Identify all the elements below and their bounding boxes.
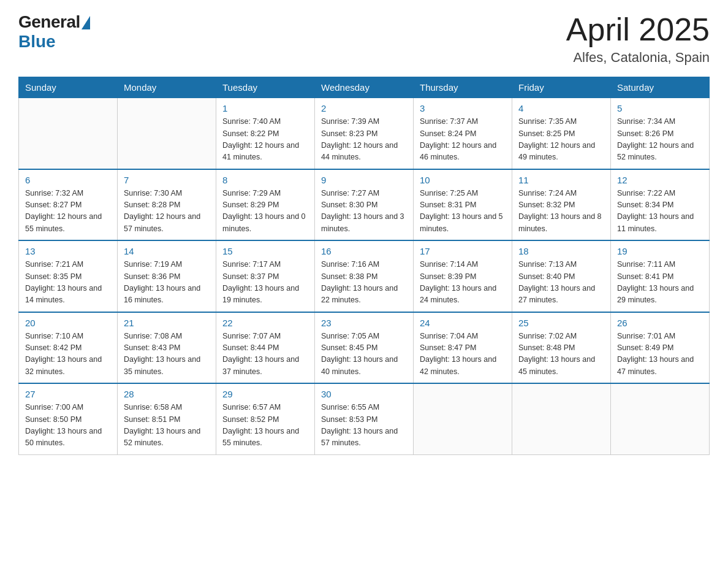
calendar-cell: 14Sunrise: 7:19 AMSunset: 8:36 PMDayligh…	[118, 240, 216, 312]
day-number: 2	[321, 103, 407, 113]
calendar-cell: 23Sunrise: 7:05 AMSunset: 8:45 PMDayligh…	[315, 312, 414, 384]
calendar-cell: 20Sunrise: 7:10 AMSunset: 8:42 PMDayligh…	[19, 312, 118, 384]
logo-general-text: General	[18, 12, 80, 32]
calendar-cell: 25Sunrise: 7:02 AMSunset: 8:48 PMDayligh…	[512, 312, 611, 384]
calendar-week-row: 27Sunrise: 7:00 AMSunset: 8:50 PMDayligh…	[19, 383, 710, 454]
weekday-header-tuesday: Tuesday	[216, 77, 315, 98]
weekday-header-monday: Monday	[118, 77, 216, 98]
calendar-table: SundayMondayTuesdayWednesdayThursdayFrid…	[18, 77, 710, 455]
day-number: 28	[124, 389, 210, 399]
day-info: Sunrise: 7:01 AMSunset: 8:49 PMDaylight:…	[617, 331, 703, 378]
day-number: 27	[25, 389, 111, 399]
day-info: Sunrise: 7:27 AMSunset: 8:30 PMDaylight:…	[321, 188, 407, 236]
calendar-cell: 13Sunrise: 7:21 AMSunset: 8:35 PMDayligh…	[19, 240, 118, 312]
calendar-cell	[118, 98, 216, 169]
day-info: Sunrise: 7:07 AMSunset: 8:44 PMDaylight:…	[222, 331, 308, 378]
logo: General Blue	[18, 12, 90, 52]
day-info: Sunrise: 7:39 AMSunset: 8:23 PMDaylight:…	[321, 116, 407, 164]
calendar-cell	[611, 383, 710, 454]
page-header: General Blue April 2025 Alfes, Catalonia…	[18, 12, 710, 66]
logo-blue-text: Blue	[18, 32, 56, 52]
calendar-cell: 24Sunrise: 7:04 AMSunset: 8:47 PMDayligh…	[414, 312, 512, 384]
calendar-cell: 29Sunrise: 6:57 AMSunset: 8:52 PMDayligh…	[216, 383, 315, 454]
day-number: 11	[518, 175, 604, 185]
weekday-header-row: SundayMondayTuesdayWednesdayThursdayFrid…	[19, 77, 710, 98]
weekday-header-thursday: Thursday	[414, 77, 512, 98]
calendar-location: Alfes, Catalonia, Spain	[566, 50, 710, 66]
day-info: Sunrise: 7:40 AMSunset: 8:22 PMDaylight:…	[222, 116, 308, 164]
day-info: Sunrise: 7:05 AMSunset: 8:45 PMDaylight:…	[321, 331, 407, 378]
weekday-header-friday: Friday	[512, 77, 611, 98]
day-info: Sunrise: 7:11 AMSunset: 8:41 PMDaylight:…	[617, 259, 703, 307]
calendar-cell	[512, 383, 611, 454]
day-number: 13	[25, 246, 111, 256]
day-info: Sunrise: 7:13 AMSunset: 8:40 PMDaylight:…	[518, 259, 604, 307]
day-info: Sunrise: 6:55 AMSunset: 8:53 PMDaylight:…	[321, 402, 407, 450]
day-number: 23	[321, 318, 407, 328]
day-info: Sunrise: 7:34 AMSunset: 8:26 PMDaylight:…	[617, 116, 703, 164]
day-number: 14	[124, 246, 210, 256]
day-info: Sunrise: 7:10 AMSunset: 8:42 PMDaylight:…	[25, 331, 111, 378]
calendar-cell: 16Sunrise: 7:16 AMSunset: 8:38 PMDayligh…	[315, 240, 414, 312]
calendar-cell: 27Sunrise: 7:00 AMSunset: 8:50 PMDayligh…	[19, 383, 118, 454]
calendar-cell: 22Sunrise: 7:07 AMSunset: 8:44 PMDayligh…	[216, 312, 315, 384]
day-info: Sunrise: 7:29 AMSunset: 8:29 PMDaylight:…	[222, 188, 308, 236]
calendar-week-row: 6Sunrise: 7:32 AMSunset: 8:27 PMDaylight…	[19, 169, 710, 241]
day-number: 10	[420, 175, 506, 185]
day-number: 5	[617, 103, 703, 113]
calendar-title: April 2025	[566, 12, 710, 47]
calendar-cell: 30Sunrise: 6:55 AMSunset: 8:53 PMDayligh…	[315, 383, 414, 454]
day-number: 20	[25, 318, 111, 328]
day-info: Sunrise: 7:37 AMSunset: 8:24 PMDaylight:…	[420, 116, 506, 164]
day-number: 18	[518, 246, 604, 256]
day-info: Sunrise: 7:35 AMSunset: 8:25 PMDaylight:…	[518, 116, 604, 164]
calendar-week-row: 1Sunrise: 7:40 AMSunset: 8:22 PMDaylight…	[19, 98, 710, 169]
calendar-cell: 8Sunrise: 7:29 AMSunset: 8:29 PMDaylight…	[216, 169, 315, 241]
day-number: 12	[617, 175, 703, 185]
day-info: Sunrise: 7:32 AMSunset: 8:27 PMDaylight:…	[25, 188, 111, 236]
day-info: Sunrise: 7:08 AMSunset: 8:43 PMDaylight:…	[124, 331, 210, 378]
calendar-cell: 10Sunrise: 7:25 AMSunset: 8:31 PMDayligh…	[414, 169, 512, 241]
day-info: Sunrise: 7:24 AMSunset: 8:32 PMDaylight:…	[518, 188, 604, 236]
day-info: Sunrise: 6:57 AMSunset: 8:52 PMDaylight:…	[222, 402, 308, 450]
day-number: 21	[124, 318, 210, 328]
day-number: 7	[124, 175, 210, 185]
calendar-cell	[19, 98, 118, 169]
weekday-header-sunday: Sunday	[19, 77, 118, 98]
day-number: 3	[420, 103, 506, 113]
calendar-cell: 17Sunrise: 7:14 AMSunset: 8:39 PMDayligh…	[414, 240, 512, 312]
calendar-cell: 21Sunrise: 7:08 AMSunset: 8:43 PMDayligh…	[118, 312, 216, 384]
calendar-cell: 2Sunrise: 7:39 AMSunset: 8:23 PMDaylight…	[315, 98, 414, 169]
day-number: 6	[25, 175, 111, 185]
day-info: Sunrise: 7:17 AMSunset: 8:37 PMDaylight:…	[222, 259, 308, 307]
calendar-cell: 15Sunrise: 7:17 AMSunset: 8:37 PMDayligh…	[216, 240, 315, 312]
day-number: 25	[518, 318, 604, 328]
day-info: Sunrise: 6:58 AMSunset: 8:51 PMDaylight:…	[124, 402, 210, 450]
calendar-cell: 28Sunrise: 6:58 AMSunset: 8:51 PMDayligh…	[118, 383, 216, 454]
day-number: 1	[222, 103, 308, 113]
weekday-header-wednesday: Wednesday	[315, 77, 414, 98]
calendar-cell: 5Sunrise: 7:34 AMSunset: 8:26 PMDaylight…	[611, 98, 710, 169]
calendar-cell: 1Sunrise: 7:40 AMSunset: 8:22 PMDaylight…	[216, 98, 315, 169]
calendar-cell: 18Sunrise: 7:13 AMSunset: 8:40 PMDayligh…	[512, 240, 611, 312]
calendar-cell: 6Sunrise: 7:32 AMSunset: 8:27 PMDaylight…	[19, 169, 118, 241]
day-number: 4	[518, 103, 604, 113]
day-number: 19	[617, 246, 703, 256]
calendar-cell: 7Sunrise: 7:30 AMSunset: 8:28 PMDaylight…	[118, 169, 216, 241]
calendar-week-row: 13Sunrise: 7:21 AMSunset: 8:35 PMDayligh…	[19, 240, 710, 312]
calendar-cell: 26Sunrise: 7:01 AMSunset: 8:49 PMDayligh…	[611, 312, 710, 384]
day-info: Sunrise: 7:04 AMSunset: 8:47 PMDaylight:…	[420, 331, 506, 378]
day-number: 30	[321, 389, 407, 399]
calendar-cell: 12Sunrise: 7:22 AMSunset: 8:34 PMDayligh…	[611, 169, 710, 241]
day-info: Sunrise: 7:14 AMSunset: 8:39 PMDaylight:…	[420, 259, 506, 307]
day-info: Sunrise: 7:21 AMSunset: 8:35 PMDaylight:…	[25, 259, 111, 307]
day-number: 24	[420, 318, 506, 328]
day-number: 15	[222, 246, 308, 256]
day-number: 17	[420, 246, 506, 256]
calendar-week-row: 20Sunrise: 7:10 AMSunset: 8:42 PMDayligh…	[19, 312, 710, 384]
calendar-cell: 3Sunrise: 7:37 AMSunset: 8:24 PMDaylight…	[414, 98, 512, 169]
calendar-cell: 4Sunrise: 7:35 AMSunset: 8:25 PMDaylight…	[512, 98, 611, 169]
day-number: 26	[617, 318, 703, 328]
day-number: 16	[321, 246, 407, 256]
day-info: Sunrise: 7:02 AMSunset: 8:48 PMDaylight:…	[518, 331, 604, 378]
